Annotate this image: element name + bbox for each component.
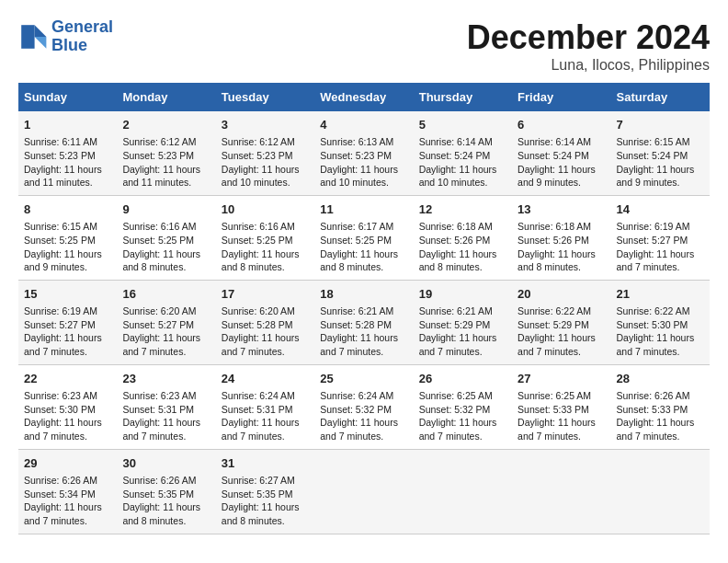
sunset-text: Sunset: 5:26 PM	[518, 235, 589, 246]
sunrise-text: Sunrise: 6:24 AM	[222, 390, 295, 401]
day-number: 3	[222, 117, 309, 133]
daylight-text: Daylight: 11 hours and 7 minutes.	[122, 417, 200, 442]
table-row: 12 Sunrise: 6:18 AM Sunset: 5:26 PM Dayl…	[414, 195, 512, 280]
empty-cell	[512, 449, 610, 534]
table-row: 3 Sunrise: 6:12 AM Sunset: 5:23 PM Dayli…	[216, 111, 314, 195]
daylight-text: Daylight: 11 hours and 8 minutes.	[222, 501, 300, 526]
sunrise-text: Sunrise: 6:17 AM	[320, 221, 393, 232]
day-number: 26	[419, 371, 506, 387]
month-title: December 2024	[467, 18, 710, 57]
sunset-text: Sunset: 5:23 PM	[222, 150, 293, 161]
empty-cell	[611, 449, 710, 534]
table-row: 22 Sunrise: 6:23 AM Sunset: 5:30 PM Dayl…	[18, 364, 117, 449]
day-number: 27	[518, 371, 605, 387]
daylight-text: Daylight: 11 hours and 8 minutes.	[222, 248, 300, 273]
sunrise-text: Sunrise: 6:25 AM	[419, 390, 493, 401]
daylight-text: Daylight: 11 hours and 7 minutes.	[122, 332, 200, 357]
daylight-text: Daylight: 11 hours and 7 minutes.	[617, 417, 695, 442]
table-row: 23 Sunrise: 6:23 AM Sunset: 5:31 PM Dayl…	[117, 364, 215, 449]
table-row: 17 Sunrise: 6:20 AM Sunset: 5:28 PM Dayl…	[216, 280, 314, 364]
sunrise-text: Sunrise: 6:14 AM	[419, 136, 493, 147]
header-thursday: Thursday	[414, 83, 512, 111]
logo: General Blue	[18, 18, 113, 55]
sunset-text: Sunset: 5:24 PM	[419, 150, 491, 161]
calendar-week-row: 8 Sunrise: 6:15 AM Sunset: 5:25 PM Dayli…	[18, 195, 710, 280]
title-area: December 2024 Luna, Ilocos, Philippines	[467, 18, 710, 74]
daylight-text: Daylight: 11 hours and 7 minutes.	[617, 332, 695, 357]
daylight-text: Daylight: 11 hours and 10 minutes.	[222, 164, 300, 189]
sunset-text: Sunset: 5:35 PM	[222, 488, 293, 500]
sunrise-text: Sunrise: 6:15 AM	[24, 221, 97, 232]
day-number: 15	[24, 286, 111, 303]
sunset-text: Sunset: 5:24 PM	[617, 150, 688, 161]
sunrise-text: Sunrise: 6:15 AM	[617, 136, 690, 147]
logo-line1: General	[51, 17, 113, 36]
sunrise-text: Sunrise: 6:21 AM	[320, 305, 393, 316]
daylight-text: Daylight: 11 hours and 7 minutes.	[24, 417, 102, 442]
header-tuesday: Tuesday	[216, 83, 314, 111]
daylight-text: Daylight: 11 hours and 9 minutes.	[24, 248, 102, 273]
table-row: 31 Sunrise: 6:27 AM Sunset: 5:35 PM Dayl…	[216, 449, 314, 534]
sunrise-text: Sunrise: 6:22 AM	[617, 305, 690, 316]
sunrise-text: Sunrise: 6:23 AM	[24, 390, 97, 401]
sunset-text: Sunset: 5:33 PM	[518, 404, 589, 415]
daylight-text: Daylight: 11 hours and 10 minutes.	[419, 164, 497, 189]
header-friday: Friday	[512, 83, 610, 111]
sunset-text: Sunset: 5:31 PM	[222, 404, 293, 415]
sunset-text: Sunset: 5:27 PM	[617, 235, 688, 246]
sunset-text: Sunset: 5:32 PM	[320, 404, 392, 415]
day-number: 4	[320, 117, 407, 133]
table-row: 14 Sunrise: 6:19 AM Sunset: 5:27 PM Dayl…	[611, 195, 710, 280]
empty-cell	[314, 449, 413, 534]
sunrise-text: Sunrise: 6:14 AM	[518, 136, 591, 147]
daylight-text: Daylight: 11 hours and 10 minutes.	[320, 164, 398, 189]
sunset-text: Sunset: 5:26 PM	[419, 235, 491, 246]
svg-marker-1	[35, 37, 47, 49]
day-number: 13	[518, 201, 605, 218]
day-number: 8	[24, 201, 111, 218]
daylight-text: Daylight: 11 hours and 7 minutes.	[419, 417, 497, 442]
table-row: 24 Sunrise: 6:24 AM Sunset: 5:31 PM Dayl…	[216, 364, 314, 449]
daylight-text: Daylight: 11 hours and 7 minutes.	[222, 417, 300, 442]
logo-text: General Blue	[51, 18, 113, 55]
table-row: 16 Sunrise: 6:20 AM Sunset: 5:27 PM Dayl…	[117, 280, 215, 364]
sunrise-text: Sunrise: 6:19 AM	[617, 221, 690, 232]
day-number: 2	[122, 117, 210, 133]
daylight-text: Daylight: 11 hours and 11 minutes.	[24, 164, 102, 189]
table-row: 19 Sunrise: 6:21 AM Sunset: 5:29 PM Dayl…	[414, 280, 512, 364]
table-row: 26 Sunrise: 6:25 AM Sunset: 5:32 PM Dayl…	[414, 364, 512, 449]
table-row: 7 Sunrise: 6:15 AM Sunset: 5:24 PM Dayli…	[611, 111, 710, 195]
empty-cell	[414, 449, 512, 534]
sunrise-text: Sunrise: 6:24 AM	[320, 390, 393, 401]
table-row: 15 Sunrise: 6:19 AM Sunset: 5:27 PM Dayl…	[18, 280, 117, 364]
table-row: 13 Sunrise: 6:18 AM Sunset: 5:26 PM Dayl…	[512, 195, 610, 280]
sunrise-text: Sunrise: 6:20 AM	[222, 305, 295, 316]
svg-rect-2	[21, 25, 34, 49]
header-sunday: Sunday	[18, 83, 117, 111]
calendar-table: Sunday Monday Tuesday Wednesday Thursday…	[18, 83, 710, 534]
sunrise-text: Sunrise: 6:16 AM	[122, 221, 196, 232]
table-row: 8 Sunrise: 6:15 AM Sunset: 5:25 PM Dayli…	[18, 195, 117, 280]
calendar-week-row: 22 Sunrise: 6:23 AM Sunset: 5:30 PM Dayl…	[18, 364, 710, 449]
calendar-week-row: 15 Sunrise: 6:19 AM Sunset: 5:27 PM Dayl…	[18, 280, 710, 364]
sunrise-text: Sunrise: 6:20 AM	[122, 305, 196, 316]
daylight-text: Daylight: 11 hours and 7 minutes.	[518, 332, 596, 357]
sunset-text: Sunset: 5:23 PM	[320, 150, 392, 161]
daylight-text: Daylight: 11 hours and 11 minutes.	[122, 164, 200, 189]
day-number: 1	[24, 117, 111, 133]
table-row: 4 Sunrise: 6:13 AM Sunset: 5:23 PM Dayli…	[314, 111, 413, 195]
daylight-text: Daylight: 11 hours and 8 minutes.	[419, 248, 497, 273]
table-row: 11 Sunrise: 6:17 AM Sunset: 5:25 PM Dayl…	[314, 195, 413, 280]
calendar-week-row: 29 Sunrise: 6:26 AM Sunset: 5:34 PM Dayl…	[18, 449, 710, 534]
header-wednesday: Wednesday	[314, 83, 413, 111]
sunrise-text: Sunrise: 6:21 AM	[419, 305, 493, 316]
sunrise-text: Sunrise: 6:27 AM	[222, 475, 295, 486]
day-number: 7	[617, 117, 704, 133]
table-row: 10 Sunrise: 6:16 AM Sunset: 5:25 PM Dayl…	[216, 195, 314, 280]
sunset-text: Sunset: 5:35 PM	[122, 488, 194, 500]
sunrise-text: Sunrise: 6:16 AM	[222, 221, 295, 232]
daylight-text: Daylight: 11 hours and 7 minutes.	[24, 501, 102, 526]
table-row: 25 Sunrise: 6:24 AM Sunset: 5:32 PM Dayl…	[314, 364, 413, 449]
sunrise-text: Sunrise: 6:26 AM	[24, 475, 97, 486]
sunset-text: Sunset: 5:29 PM	[518, 319, 589, 330]
